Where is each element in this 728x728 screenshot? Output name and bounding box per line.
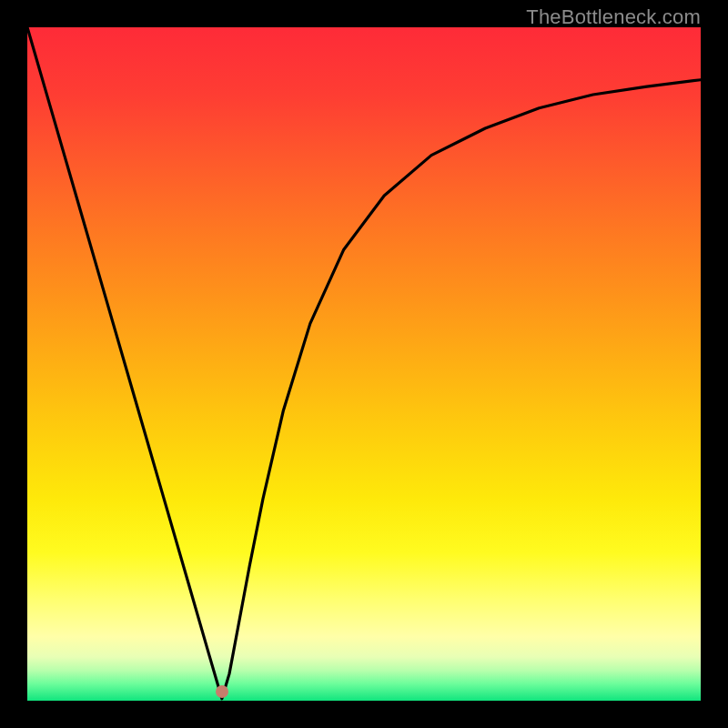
optimal-point-marker [216, 685, 228, 698]
svg-rect-0 [27, 27, 701, 701]
gradient-background [27, 27, 701, 701]
chart-frame [27, 27, 701, 701]
watermark-text: TheBottleneck.com [526, 5, 701, 29]
